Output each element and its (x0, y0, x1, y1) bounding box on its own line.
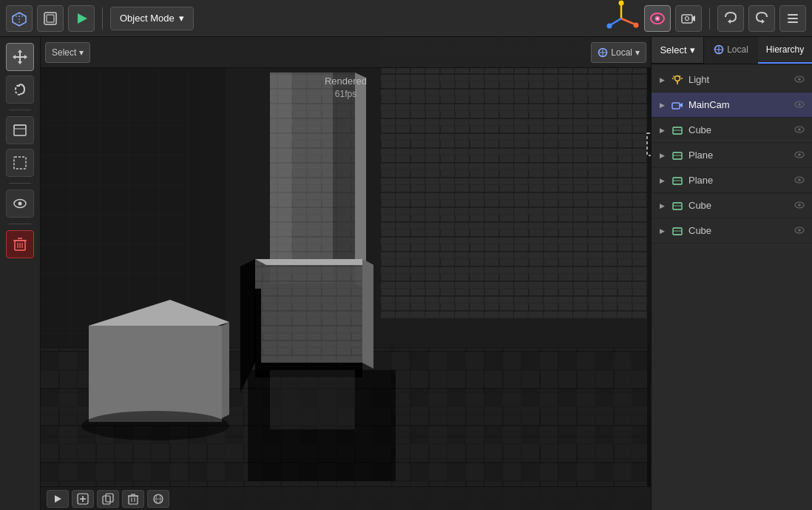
play-icon (74, 11, 89, 26)
cube-icon-btn[interactable] (6, 5, 33, 32)
svg-point-138 (798, 103, 801, 106)
svg-point-142 (798, 128, 801, 131)
svg-rect-90 (89, 326, 222, 422)
hierarchy-item-2[interactable]: ▶ Cube (652, 118, 812, 143)
svg-point-158 (798, 229, 801, 232)
rotate-tool-btn[interactable] (6, 76, 34, 104)
hierarchy-expand-icon: ▶ (657, 227, 666, 235)
camera-btn[interactable] (675, 5, 702, 32)
local-tab-icon (714, 44, 724, 55)
panel-select-chevron-icon: ▾ (690, 44, 695, 56)
hierarchy-type-icon (671, 124, 684, 137)
select-label: Select (52, 47, 76, 58)
tab-local[interactable]: Local (704, 37, 758, 64)
hierarchy-expand-icon: ▶ (657, 176, 666, 185)
left-toolbar (0, 37, 41, 510)
hierarchy-item-1[interactable]: ▶ MainCam (652, 93, 812, 118)
duplicate-btn[interactable] (97, 490, 119, 508)
svg-point-150 (798, 178, 801, 181)
viewport[interactable]: ✓ Select ▾ Local ▾ (41, 37, 651, 510)
svg-marker-100 (362, 259, 373, 369)
sphere-icon (152, 493, 164, 505)
delete-bottom-btn[interactable] (122, 490, 144, 508)
hierarchy-item-label: Plane (688, 175, 790, 186)
layers-tool-btn[interactable] (6, 116, 34, 144)
svg-rect-151 (673, 203, 682, 209)
hierarchy-expand-icon: ▶ (657, 126, 666, 135)
top-bar: Object Mode ▾ (0, 0, 812, 37)
camera-icon (680, 10, 697, 27)
hierarchy-item-0[interactable]: ▶ Light (652, 67, 812, 93)
axis-gizmo-icon (603, 0, 640, 37)
hierarchy-visibility-icon[interactable] (794, 227, 806, 235)
select-chevron-icon: ▾ (79, 47, 84, 58)
render-view-btn[interactable] (644, 5, 671, 32)
hierarchy-item-4[interactable]: ▶ Plane (652, 168, 812, 193)
play-icon-bottom[interactable] (47, 490, 69, 508)
select-button[interactable]: Select ▾ (45, 42, 90, 63)
move-tool-btn[interactable] (6, 43, 34, 71)
separator-1 (102, 7, 103, 30)
hierarchy-type-icon (671, 149, 684, 162)
menu-btn[interactable] (779, 5, 806, 32)
svg-point-134 (798, 78, 801, 81)
svg-marker-25 (13, 55, 16, 59)
add-object-btn[interactable] (72, 490, 94, 508)
hierarchy-item-label: Cube (688, 124, 790, 135)
svg-point-7 (619, 0, 624, 5)
svg-rect-19 (788, 18, 798, 19)
box-tool-btn[interactable] (6, 149, 34, 177)
sphere-material-btn[interactable] (147, 490, 169, 508)
hierarchy-type-icon (671, 174, 684, 187)
hierarchy-item-5[interactable]: ▶ Cube (652, 193, 812, 218)
svg-marker-26 (24, 55, 27, 59)
trash-bottom-icon (128, 493, 138, 505)
hierarchy-item-3[interactable]: ▶ Plane (652, 143, 812, 168)
delete-tool-btn[interactable] (6, 230, 34, 258)
undo-btn[interactable] (717, 5, 744, 32)
svg-point-9 (634, 22, 639, 27)
svg-rect-143 (673, 152, 682, 159)
hierarchy-visibility-icon[interactable] (794, 126, 806, 135)
local-label: Local (611, 47, 632, 58)
svg-rect-54 (381, 37, 647, 318)
svg-point-154 (798, 204, 801, 207)
eye-icon (12, 195, 28, 212)
hierarchy-visibility-icon[interactable] (794, 76, 806, 84)
svg-marker-99 (255, 259, 373, 265)
undo-icon (723, 11, 738, 26)
svg-rect-155 (673, 228, 682, 235)
panel-select-button[interactable]: Select ▾ (652, 37, 703, 64)
play-icon-btn[interactable] (68, 5, 95, 32)
hierarchy-visibility-icon[interactable] (794, 151, 806, 160)
hierarchy-visibility-icon[interactable] (794, 101, 806, 110)
hierarchy-tab-label: Hierarchy (766, 44, 804, 55)
svg-rect-139 (673, 127, 682, 134)
mode-button[interactable]: Object Mode ▾ (110, 7, 194, 30)
hierarchy-visibility-icon[interactable] (794, 176, 806, 185)
svg-point-32 (18, 202, 22, 206)
hamburger-menu-icon (785, 11, 800, 26)
tab-hierarchy[interactable]: Hierarchy (758, 37, 812, 64)
hierarchy-expand-icon: ▶ (657, 151, 666, 160)
svg-marker-96 (355, 73, 366, 289)
redo-btn[interactable] (748, 5, 775, 32)
visibility-tool-btn[interactable] (6, 189, 34, 218)
redo-icon (754, 11, 769, 26)
svg-line-132 (680, 76, 681, 77)
hierarchy-item-6[interactable]: ▶ Cube (652, 218, 812, 244)
app: Object Mode ▾ (0, 0, 812, 510)
svg-rect-4 (47, 15, 54, 22)
svg-marker-89 (222, 322, 229, 418)
hierarchy-type-icon (671, 224, 684, 238)
right-panel: Select ▾ Local Hierarchy (651, 37, 812, 510)
svg-rect-104 (270, 370, 355, 429)
hierarchy-visibility-icon[interactable] (794, 201, 806, 210)
svg-rect-55 (41, 37, 226, 348)
svg-rect-95 (333, 73, 355, 283)
chevron-down-icon: ▾ (179, 13, 184, 24)
hierarchy-item-label: Cube (688, 200, 790, 211)
outline-icon-btn[interactable] (37, 5, 64, 32)
render-eye-icon (649, 10, 666, 27)
local-transform-btn[interactable]: Local ▾ (591, 42, 646, 63)
